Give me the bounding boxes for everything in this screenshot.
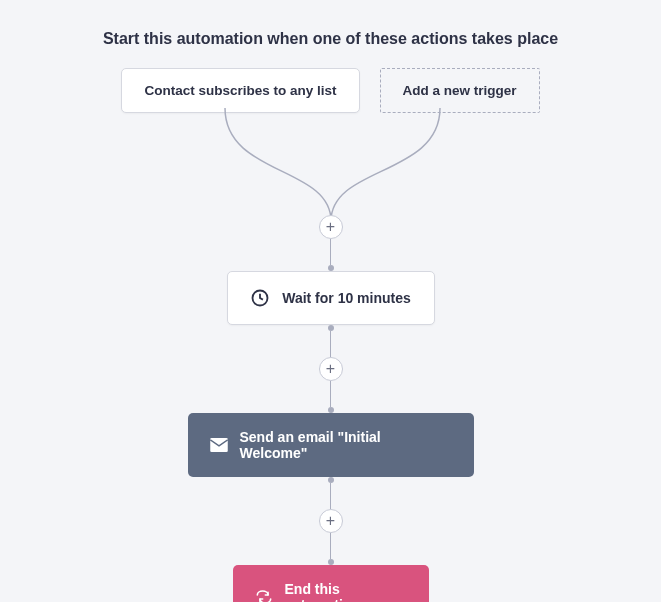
end-step[interactable]: End this automation [233, 565, 429, 602]
wait-step-label: Wait for 10 minutes [282, 290, 411, 306]
connector-dot [328, 325, 334, 331]
end-step-label: End this automation [285, 581, 407, 602]
connector-dot [328, 477, 334, 483]
svg-rect-1 [210, 438, 228, 452]
add-trigger-button[interactable]: Add a new trigger [380, 68, 540, 113]
email-step-label: Send an email "Initial Welcome" [240, 429, 452, 461]
email-step[interactable]: Send an email "Initial Welcome" [188, 413, 474, 477]
add-step-button[interactable]: + [319, 357, 343, 381]
wait-step[interactable]: Wait for 10 minutes [227, 271, 435, 325]
email-icon [210, 438, 228, 452]
trigger-card[interactable]: Contact subscribes to any list [121, 68, 359, 113]
repeat-icon [255, 589, 273, 602]
add-step-button[interactable]: + [319, 215, 343, 239]
clock-icon [250, 288, 270, 308]
page-title: Start this automation when one of these … [0, 0, 661, 68]
add-step-button[interactable]: + [319, 509, 343, 533]
